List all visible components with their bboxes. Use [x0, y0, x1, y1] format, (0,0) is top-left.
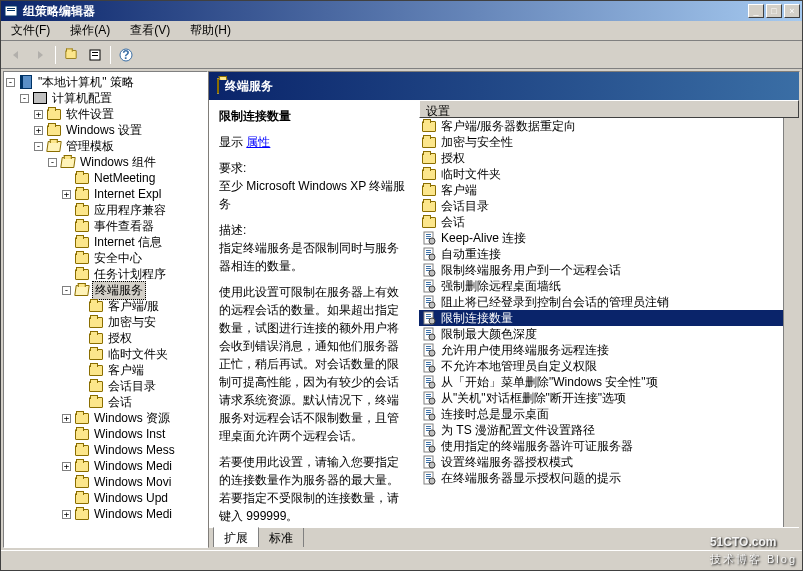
menu-action[interactable]: 操作(A) [64, 20, 116, 41]
tree-label: Windows Inst [92, 427, 167, 441]
menu-view[interactable]: 查看(V) [124, 20, 176, 41]
tree-item-ie[interactable]: +Internet Expl [4, 186, 207, 202]
tree-label: Internet Expl [92, 187, 163, 201]
list-row[interactable]: 在终端服务器显示授权问题的提示 [419, 470, 799, 486]
app-icon [3, 3, 19, 19]
list-row[interactable]: 客户端/服务器数据重定向 [419, 118, 799, 134]
tree-item-root[interactable]: -"本地计算机" 策略 [4, 74, 207, 90]
tree-item-temp_folders[interactable]: 临时文件夹 [4, 346, 207, 362]
list-row[interactable]: 从「开始」菜单删除"Windows 安全性"项 [419, 374, 799, 390]
close-button[interactable]: × [784, 4, 800, 18]
list-row[interactable]: 允许用户使用终端服务远程连接 [419, 342, 799, 358]
list-row-label: 客户端/服务器数据重定向 [441, 118, 576, 135]
list-row[interactable]: 自动重连接 [419, 246, 799, 262]
tree-item-netmeeting[interactable]: NetMeeting [4, 170, 207, 186]
tree-item-win_media1[interactable]: +Windows Medi [4, 458, 207, 474]
tree-item-security_center[interactable]: 安全中心 [4, 250, 207, 266]
tree-toggle[interactable]: - [34, 142, 43, 151]
list-row[interactable]: 会话目录 [419, 198, 799, 214]
tree-label: 临时文件夹 [106, 346, 170, 363]
tree-toggle[interactable]: - [6, 78, 15, 87]
tab-standard[interactable]: 标准 [258, 528, 304, 548]
tree-item-admin_templates[interactable]: -管理模板 [4, 138, 207, 154]
tree-toggle[interactable]: - [48, 158, 57, 167]
list-row[interactable]: 为 TS 漫游配置文件设置路径 [419, 422, 799, 438]
tree-item-client[interactable]: 客户端 [4, 362, 207, 378]
tree-item-event_viewer[interactable]: 事件查看器 [4, 218, 207, 234]
tree-toggle[interactable]: - [20, 94, 29, 103]
list-row[interactable]: 使用指定的终端服务器许可证服务器 [419, 438, 799, 454]
tree-item-computer_config[interactable]: -计算机配置 [4, 90, 207, 106]
menu-file[interactable]: 文件(F) [5, 20, 56, 41]
tree-item-terminal_services[interactable]: -终端服务 [4, 282, 207, 298]
tree-item-windows_settings[interactable]: +Windows 设置 [4, 122, 207, 138]
svg-rect-39 [426, 330, 431, 331]
tree-item-win_components[interactable]: -Windows 组件 [4, 154, 207, 170]
forward-button[interactable] [29, 44, 51, 66]
svg-rect-29 [426, 298, 431, 299]
tab-extended[interactable]: 扩展 [213, 527, 259, 548]
vertical-scrollbar[interactable] [783, 118, 799, 527]
tree-toggle[interactable]: + [34, 110, 43, 119]
svg-rect-55 [426, 380, 431, 381]
back-button[interactable] [5, 44, 27, 66]
tree-toggle[interactable]: - [62, 286, 71, 295]
properties-link[interactable]: 属性 [246, 135, 270, 149]
minimize-button[interactable]: _ [748, 4, 764, 18]
tree-label: 软件设置 [64, 106, 116, 123]
help-button[interactable]: ? [115, 44, 137, 66]
tree-item-session_dir[interactable]: 会话目录 [4, 378, 207, 394]
tree-pane[interactable]: -"本地计算机" 策略-计算机配置+软件设置+Windows 设置-管理模板-W… [3, 71, 208, 548]
tree-item-session[interactable]: 会话 [4, 394, 207, 410]
list-row[interactable]: 设置终端服务器授权模式 [419, 454, 799, 470]
list-row-label: 加密与安全性 [441, 134, 513, 151]
folder-icon [74, 411, 90, 425]
list-row[interactable]: 限制连接数量 [419, 310, 799, 326]
tree-item-win_media2[interactable]: +Windows Medi [4, 506, 207, 522]
tree-item-win_update[interactable]: Windows Upd [4, 490, 207, 506]
list-row[interactable]: 会话 [419, 214, 799, 230]
tree-toggle[interactable]: + [62, 510, 71, 519]
tree-item-win_movie[interactable]: Windows Movi [4, 474, 207, 490]
tree-toggle[interactable]: + [34, 126, 43, 135]
properties-button[interactable] [84, 44, 106, 66]
list-row-label: 强制删除远程桌面墙纸 [441, 278, 561, 295]
description-body-2: 若要使用此设置，请输入您要指定的连接数量作为服务器的最大量。若要指定不受限制的连… [219, 453, 409, 525]
tree-item-win_installer[interactable]: Windows Inst [4, 426, 207, 442]
maximize-button[interactable]: □ [766, 4, 782, 18]
tree-toggle[interactable]: + [62, 462, 71, 471]
folder-icon [421, 121, 437, 132]
folder-icon [46, 107, 62, 121]
svg-rect-9 [426, 234, 431, 235]
svg-point-32 [429, 302, 435, 308]
list-row[interactable]: 授权 [419, 150, 799, 166]
tree-item-client_server[interactable]: 客户端/服 [4, 298, 207, 314]
tree-item-win_messenger[interactable]: Windows Mess [4, 442, 207, 458]
list-row[interactable]: 限制最大颜色深度 [419, 326, 799, 342]
tree-toggle[interactable]: + [62, 190, 71, 199]
tree-item-app_compat[interactable]: 应用程序兼容 [4, 202, 207, 218]
tree-item-encryption[interactable]: 加密与安 [4, 314, 207, 330]
list-row[interactable]: 从"关机"对话框删除"断开连接"选项 [419, 390, 799, 406]
folder-icon [74, 171, 90, 185]
setting-icon [421, 231, 437, 245]
tree-label: 加密与安 [106, 314, 158, 331]
list-row[interactable]: 临时文件夹 [419, 166, 799, 182]
list-row[interactable]: Keep-Alive 连接 [419, 230, 799, 246]
list-row[interactable]: 加密与安全性 [419, 134, 799, 150]
list-row[interactable]: 限制终端服务用户到一个远程会话 [419, 262, 799, 278]
up-button[interactable] [60, 44, 82, 66]
menu-help[interactable]: 帮助(H) [184, 20, 237, 41]
list-row[interactable]: 连接时总是显示桌面 [419, 406, 799, 422]
tree-item-software[interactable]: +软件设置 [4, 106, 207, 122]
column-header-setting[interactable]: 设置 [419, 100, 799, 118]
list-row[interactable]: 阻止将已经登录到控制台会话的管理员注销 [419, 294, 799, 310]
tree-toggle[interactable]: + [62, 414, 71, 423]
tree-item-win_explorer[interactable]: +Windows 资源 [4, 410, 207, 426]
policy-name: 限制连接数量 [219, 108, 409, 125]
list-row[interactable]: 客户端 [419, 182, 799, 198]
tree-item-iis[interactable]: Internet 信息 [4, 234, 207, 250]
list-row[interactable]: 强制删除远程桌面墙纸 [419, 278, 799, 294]
tree-item-licensing[interactable]: 授权 [4, 330, 207, 346]
list-row[interactable]: 不允许本地管理员自定义权限 [419, 358, 799, 374]
